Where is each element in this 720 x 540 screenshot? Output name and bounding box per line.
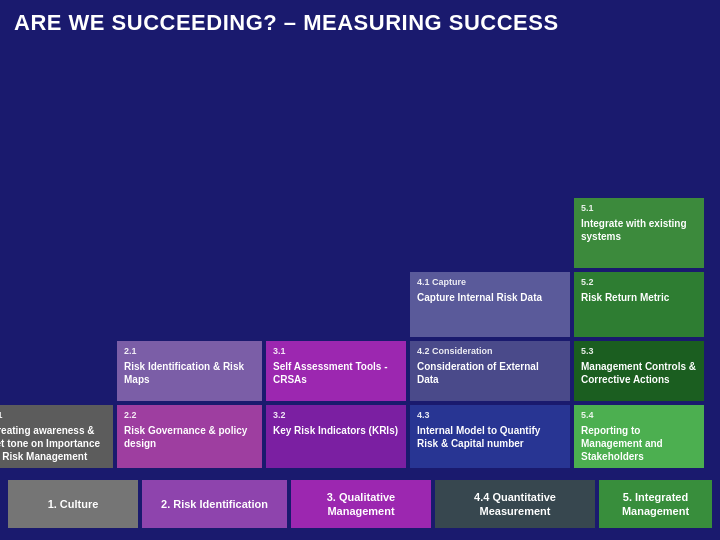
footer-col-5: 5. Integrated Management [599,480,712,528]
footer-col-4: 4.4 Quantitative Measurement [435,480,595,528]
footer-row: 1. Culture 2. Risk Identification 3. Qua… [8,480,712,528]
main-area: 5.1 Integrate with existing systems 4.1 … [0,46,720,536]
cell-4-3: 4.3 Internal Model to Quantify Risk & Ca… [410,405,570,468]
cell-5-1: 5.1 Integrate with existing systems [574,198,704,268]
cell-5-4: 5.4 Reporting to Management and Stakehol… [574,405,704,468]
footer-col-3: 3. Qualitative Management [291,480,431,528]
footer-col-1: 1. Culture [8,480,138,528]
cell-2-1: 2.1 Risk Identification & Risk Maps [117,341,262,401]
row-1: 5.1 Integrate with existing systems [574,198,704,268]
row-2: 4.1 Capture Capture Internal Risk Data 5… [410,272,704,337]
header: ARE WE SUCCEEDING? – MEASURING SUCCESS [0,0,720,46]
cell-3-1: 3.1 Self Assessment Tools - CRSAs [266,341,406,401]
row-3: 2.1 Risk Identification & Risk Maps 3.1 … [117,341,704,401]
row-4: 1.1 Creating awareness & set tone on Imp… [0,405,704,468]
cell-1-1: 1.1 Creating awareness & set tone on Imp… [0,405,113,468]
cell-5-2: 5.2 Risk Return Metric [574,272,704,337]
cell-3-2: 3.2 Key Risk Indicators (KRIs) [266,405,406,468]
footer-col-2: 2. Risk Identification [142,480,287,528]
pyramid-container: 5.1 Integrate with existing systems 4.1 … [8,54,712,528]
cell-4-1: 4.1 Capture Capture Internal Risk Data [410,272,570,337]
cell-4-2: 4.2 Consideration Consideration of Exter… [410,341,570,401]
cell-2-2: 2.2 Risk Governance & policy design [117,405,262,468]
page-title: ARE WE SUCCEEDING? – MEASURING SUCCESS [14,10,559,35]
cell-5-3: 5.3 Management Controls & Corrective Act… [574,341,704,401]
